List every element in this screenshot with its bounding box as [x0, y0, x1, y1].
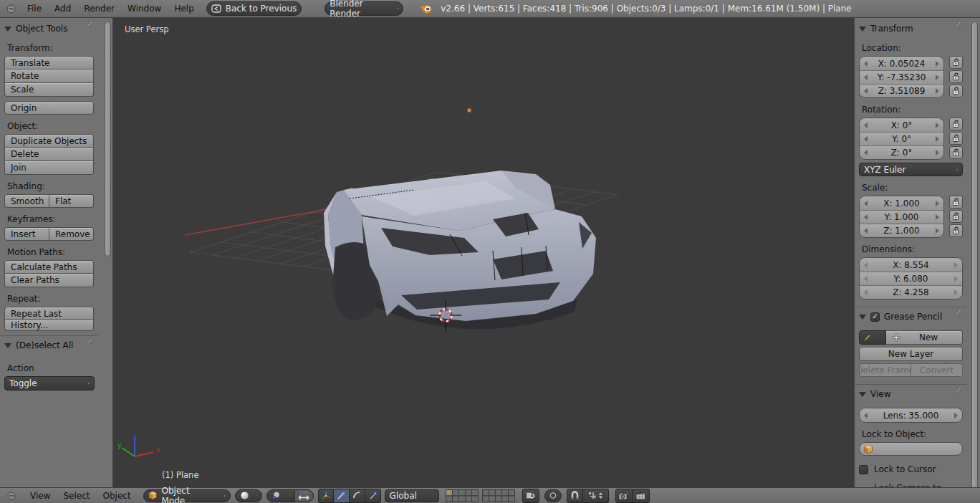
blender-logo	[419, 4, 432, 14]
tool-shelf-scrollbar[interactable]	[105, 21, 111, 257]
updown-arrows-icon	[285, 492, 290, 499]
smooth-button[interactable]: Smooth	[4, 194, 49, 208]
panel-object-tools-header[interactable]: Object Tools	[4, 21, 94, 37]
lock-scale-x-button[interactable]	[949, 196, 963, 209]
layers-widget[interactable]	[446, 489, 515, 502]
scale-x-field[interactable]: X: 1.000	[860, 196, 943, 210]
manipulate-center-points-toggle[interactable]	[295, 489, 314, 502]
location-y-field[interactable]: Y: -7.35230	[860, 70, 943, 84]
editor-type-icon[interactable]	[6, 4, 16, 14]
render-opengl-button[interactable]	[615, 489, 633, 503]
delete-button[interactable]: Delete	[4, 148, 94, 161]
panel-drag-ridge[interactable]	[951, 388, 961, 398]
car-model[interactable]	[324, 171, 596, 330]
new-layer-button[interactable]: New Layer	[859, 347, 963, 361]
collapse-triangle-icon	[859, 392, 866, 397]
duplicate-objects-button[interactable]: Duplicate Objects	[4, 134, 94, 148]
remove-keyframe-button[interactable]: Remove	[49, 227, 94, 241]
location-z-field[interactable]: Z: 3.51089	[860, 84, 943, 97]
transform-orientation-select[interactable]: Global	[385, 489, 439, 502]
lock-scale-z-button[interactable]	[949, 224, 963, 237]
unlock-icon	[952, 198, 960, 206]
lock-scale-y-button[interactable]	[949, 210, 963, 223]
editor-type-icon[interactable]	[6, 491, 16, 501]
panel-drag-ridge[interactable]	[951, 22, 961, 33]
manipulator-axis-toggle[interactable]	[318, 489, 334, 503]
scale-handle-icon	[368, 491, 378, 500]
repeat-last-button[interactable]: Repeat Last	[4, 307, 94, 320]
render-engine-select[interactable]: Blender Render	[325, 1, 403, 16]
join-button[interactable]: Join	[4, 161, 94, 175]
manipulator-rotate-toggle[interactable]	[350, 489, 365, 503]
snap-element-select[interactable]	[583, 489, 609, 503]
panel-drag-ridge[interactable]	[82, 339, 92, 350]
dimension-x-field[interactable]: X: 8.554	[860, 258, 962, 272]
scene-lock-toggle[interactable]	[522, 489, 539, 503]
lock-location-z-button[interactable]	[949, 85, 963, 97]
location-x-field[interactable]: X: 0.05024	[860, 57, 943, 70]
viewport-3d[interactable]: x y User Persp (1) Plane	[113, 18, 854, 487]
scale-y-field[interactable]: Y: 1.000	[860, 210, 943, 224]
panel-grease-pencil-header[interactable]: ✓ Grease Pencil	[859, 309, 963, 325]
lock-rotation-x-button[interactable]	[949, 118, 963, 130]
history-button[interactable]: History...	[4, 320, 94, 331]
flat-button[interactable]: Flat	[49, 194, 94, 208]
grease-pencil-checkbox[interactable]: ✓	[870, 312, 880, 322]
draw-mode-select[interactable]	[859, 330, 886, 345]
scale-button[interactable]: Scale	[4, 83, 94, 97]
menu-object[interactable]: Object	[97, 491, 138, 501]
menu-view[interactable]: View	[24, 491, 57, 501]
menu-select[interactable]: Select	[57, 491, 96, 501]
back-to-previous-button[interactable]: Back to Previous	[206, 1, 302, 16]
scale-z-field[interactable]: Z: 1.000	[860, 224, 943, 237]
rotate-button[interactable]: Rotate	[4, 70, 94, 83]
menu-window[interactable]: Window	[121, 4, 168, 14]
lock-to-cursor-checkbox[interactable]	[859, 465, 868, 474]
mode-select[interactable]: Object Mode	[143, 489, 231, 502]
grease-pencil-new-button[interactable]: New	[886, 330, 963, 345]
clear-paths-button[interactable]: Clear Paths	[4, 274, 94, 287]
pivot-point-select[interactable]	[266, 489, 295, 502]
render-animation-button[interactable]	[633, 489, 650, 503]
action-select[interactable]: Toggle	[4, 376, 95, 391]
calculate-paths-button[interactable]: Calculate Paths	[4, 260, 94, 274]
menu-file[interactable]: File	[21, 4, 48, 14]
unlock-icon	[952, 120, 960, 128]
lock-rotation-z-button[interactable]	[949, 146, 963, 159]
origin-button[interactable]: Origin	[4, 101, 94, 115]
delete-frame-button[interactable]: Delete Frame	[859, 363, 911, 377]
blender-window: File Add Render Window Help Back to Prev…	[0, 0, 980, 503]
rotation-y-field[interactable]: Y: 0°	[860, 132, 943, 145]
layer-grid-1[interactable]	[446, 489, 479, 502]
rotation-x-field[interactable]: X: 0°	[860, 118, 943, 132]
convert-button[interactable]: Convert	[911, 363, 963, 377]
lock-rotation-y-button[interactable]	[949, 132, 963, 145]
rotate-arc-icon	[352, 491, 362, 500]
insert-keyframe-button[interactable]: Insert	[4, 227, 49, 241]
translate-button[interactable]: Translate	[4, 56, 94, 70]
dimension-y-field[interactable]: Y: 6.080	[860, 272, 962, 285]
properties-scrollbar[interactable]	[971, 21, 978, 487]
object-origin-point[interactable]	[467, 108, 471, 112]
proportional-edit-select[interactable]	[544, 489, 562, 502]
panel-deselect-all-header[interactable]: (De)select All	[4, 337, 94, 353]
lock-location-y-button[interactable]	[949, 70, 963, 83]
viewport-shading-select[interactable]	[235, 489, 262, 502]
panel-drag-ridge[interactable]	[951, 310, 961, 321]
lock-to-object-field[interactable]	[859, 442, 963, 456]
panel-transform-header[interactable]: Transform	[859, 21, 963, 37]
lock-location-x-button[interactable]	[949, 56, 963, 69]
rotation-z-field[interactable]: Z: 0°	[860, 145, 943, 159]
menu-render[interactable]: Render	[77, 4, 121, 14]
rotation-mode-select[interactable]: XYZ Euler	[859, 163, 963, 176]
dimension-z-field[interactable]: Z: 4.258	[860, 285, 962, 299]
panel-drag-ridge[interactable]	[82, 22, 92, 33]
lens-field[interactable]: Lens: 35.000	[860, 408, 962, 422]
manipulator-translate-toggle[interactable]	[334, 489, 350, 503]
snap-toggle[interactable]	[567, 489, 583, 503]
manipulator-scale-toggle[interactable]	[365, 489, 381, 503]
panel-view-header[interactable]: View	[859, 386, 963, 402]
menu-add[interactable]: Add	[48, 4, 77, 14]
layer-grid-2[interactable]	[482, 489, 515, 502]
menu-help[interactable]: Help	[168, 4, 200, 14]
